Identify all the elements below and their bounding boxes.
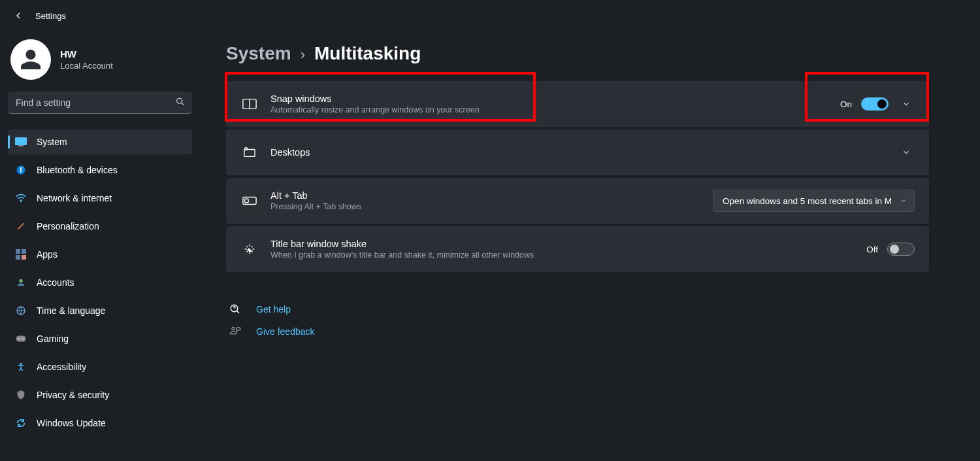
sidebar-item-accounts[interactable]: Accounts: [8, 270, 192, 295]
sidebar-item-time-language[interactable]: Time & language: [8, 298, 192, 323]
sidebar-item-label: Time & language: [37, 305, 105, 316]
alt-tab-icon: [240, 196, 259, 205]
setting-title: Desktops: [270, 147, 898, 158]
breadcrumb-parent[interactable]: System: [226, 43, 291, 64]
link-label: Give feedback: [256, 326, 315, 337]
help-links: Get help Give feedback: [226, 298, 929, 343]
user-subtitle: Local Account: [60, 61, 113, 71]
page-title: Multitasking: [314, 43, 421, 64]
user-name: HW: [60, 48, 113, 60]
sidebar-item-gaming[interactable]: Gaming: [8, 326, 192, 351]
sidebar-item-label: Privacy & security: [37, 390, 109, 400]
sidebar-item-apps[interactable]: Apps: [8, 242, 192, 267]
setting-alt-tab: Alt + Tab Pressing Alt + Tab shows Open …: [226, 178, 929, 224]
system-icon: [14, 135, 27, 148]
user-card[interactable]: HW Local Account: [4, 37, 196, 92]
setting-title: Alt + Tab: [270, 190, 713, 201]
svg-rect-6: [22, 249, 26, 254]
desktops-icon: [240, 146, 259, 158]
sidebar-item-network[interactable]: Network & internet: [8, 186, 192, 211]
main-content: System › Multitasking Snap windows Autom…: [200, 31, 980, 461]
sidebar-item-label: Bluetooth & devices: [37, 165, 118, 175]
search-box[interactable]: [8, 92, 192, 114]
snap-toggle[interactable]: [861, 97, 889, 111]
setting-title: Snap windows: [270, 94, 840, 104]
alt-tab-dropdown[interactable]: Open windows and 5 most recent tabs in M: [713, 190, 915, 212]
give-feedback-link[interactable]: Give feedback: [226, 320, 929, 343]
sidebar-item-personalization[interactable]: Personalization: [8, 214, 192, 239]
setting-subtitle: Pressing Alt + Tab shows: [270, 202, 713, 211]
chevron-right-icon: ›: [301, 46, 305, 63]
get-help-link[interactable]: Get help: [226, 298, 929, 320]
chevron-down-icon: [900, 197, 907, 205]
accessibility-icon: [14, 360, 27, 373]
svg-point-13: [22, 338, 24, 339]
svg-point-9: [19, 279, 22, 282]
svg-rect-1: [15, 137, 27, 145]
feedback-icon: [226, 326, 244, 337]
back-button[interactable]: [10, 8, 26, 24]
accounts-icon: [14, 276, 27, 289]
sidebar-item-label: Gaming: [37, 333, 69, 344]
link-label: Get help: [256, 304, 291, 315]
sidebar-item-accessibility[interactable]: Accessibility: [8, 354, 192, 379]
nav-list: System Bluetooth & devices Network & int…: [4, 129, 196, 435]
gaming-icon: [14, 332, 27, 345]
sidebar-item-label: Windows Update: [37, 418, 106, 428]
sidebar-item-label: Personalization: [37, 221, 99, 231]
svg-point-3: [16, 165, 25, 174]
toggle-state-label: On: [840, 99, 852, 109]
svg-rect-2: [18, 145, 24, 146]
search-input[interactable]: [8, 92, 192, 114]
shake-icon: [240, 242, 259, 256]
toggle-state-label: Off: [866, 245, 878, 254]
wifi-icon: [14, 192, 27, 205]
app-title: Settings: [35, 11, 66, 21]
setting-desktops[interactable]: Desktops: [226, 129, 929, 175]
avatar: [10, 39, 51, 80]
sidebar-item-label: System: [37, 137, 67, 147]
sidebar-item-label: Accessibility: [37, 362, 86, 372]
shake-toggle[interactable]: [887, 243, 915, 256]
svg-rect-7: [16, 255, 20, 260]
bluetooth-icon: [14, 163, 27, 177]
chevron-down-icon: [902, 99, 911, 109]
arrow-left-icon: [13, 10, 24, 21]
shield-icon: [14, 388, 27, 401]
svg-point-21: [232, 327, 235, 330]
breadcrumb: System › Multitasking: [226, 43, 929, 64]
sidebar-item-label: Accounts: [37, 277, 74, 288]
person-icon: [18, 46, 44, 73]
setting-subtitle: When I grab a window's title bar and sha…: [270, 250, 866, 260]
svg-point-12: [18, 338, 20, 339]
expand-snap-button[interactable]: [898, 95, 915, 112]
svg-rect-11: [16, 336, 26, 342]
svg-point-4: [20, 201, 22, 202]
svg-point-14: [20, 363, 22, 365]
update-icon: [14, 417, 27, 430]
sidebar-item-system[interactable]: System: [8, 129, 192, 154]
sidebar-item-bluetooth[interactable]: Bluetooth & devices: [8, 158, 192, 182]
setting-title-bar-shake: Title bar window shake When I grab a win…: [226, 226, 929, 272]
help-icon: [226, 303, 244, 315]
svg-rect-19: [245, 199, 249, 203]
sidebar: HW Local Account System Bluetooth & devi…: [0, 31, 200, 461]
apps-icon: [14, 248, 27, 261]
svg-rect-5: [16, 249, 20, 254]
setting-title: Title bar window shake: [270, 239, 866, 249]
setting-snap-windows[interactable]: Snap windows Automatically resize and ar…: [226, 81, 929, 127]
sidebar-item-windows-update[interactable]: Windows Update: [8, 411, 192, 435]
sidebar-item-label: Apps: [37, 249, 57, 260]
sidebar-item-label: Network & internet: [37, 193, 112, 203]
snap-icon: [240, 98, 259, 110]
chevron-down-icon: [902, 148, 911, 157]
svg-rect-8: [22, 255, 26, 260]
sidebar-item-privacy[interactable]: Privacy & security: [8, 383, 192, 407]
app-header: Settings: [0, 0, 980, 31]
dropdown-value: Open windows and 5 most recent tabs in M: [723, 196, 892, 206]
expand-desktops-button[interactable]: [898, 144, 915, 161]
globe-icon: [14, 304, 27, 317]
setting-subtitle: Automatically resize and arrange windows…: [270, 105, 840, 114]
brush-icon: [14, 220, 27, 233]
